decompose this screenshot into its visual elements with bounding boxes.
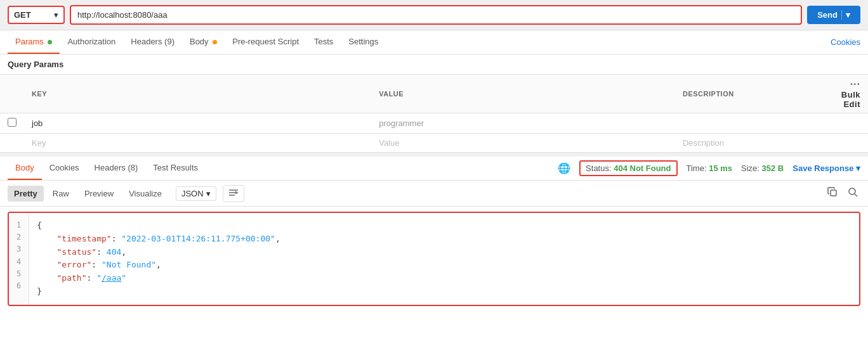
tab-headers[interactable]: Headers (9) [123, 30, 182, 54]
format-select[interactable]: JSON ▾ [176, 186, 216, 201]
body-dot [213, 40, 217, 44]
json-line-1: { [37, 219, 852, 233]
svg-line-5 [855, 194, 857, 196]
send-dropdown-icon: ▾ [841, 10, 850, 20]
tab-pre-request[interactable]: Pre-request Script [225, 30, 306, 54]
placeholder-description: Description [683, 138, 724, 148]
send-button[interactable]: Send ▾ [807, 6, 860, 24]
row-key: job [32, 119, 43, 128]
response-tabs-bar: Body Cookies Headers (8) Test Results 🌐 … [0, 157, 868, 181]
placeholder-key: Key [32, 138, 46, 148]
col-actions: ··· Bulk Edit [830, 75, 868, 113]
tab-tests[interactable]: Tests [306, 30, 341, 54]
time-label: Time: [687, 163, 707, 173]
row-checkbox-cell [0, 113, 24, 134]
top-bar: GET ▾ Send ▾ [0, 0, 868, 30]
sub-tab-visualize[interactable]: Visualize [122, 186, 168, 202]
col-key: KEY [24, 75, 371, 113]
response-headers-count: (8) [128, 163, 138, 172]
copy-button[interactable] [825, 184, 840, 202]
line-num-2: 2 [14, 231, 23, 243]
placeholder-value: Value [379, 138, 399, 148]
line-numbers: 1 2 3 4 5 6 [9, 213, 29, 305]
response-sub-tabs: Pretty Raw Preview Visualize JSON ▾ [0, 181, 868, 207]
json-body: 1 2 3 4 5 6 { "timestamp": "2022-03-01T1… [8, 212, 860, 306]
method-text: GET [14, 10, 31, 20]
placeholder-value-cell: Value [371, 134, 675, 153]
size-info: Size: 352 B [741, 163, 784, 173]
response-section: Body Cookies Headers (8) Test Results 🌐 … [0, 153, 868, 306]
search-button[interactable] [845, 184, 860, 202]
bulk-edit-button[interactable]: Bulk Edit [841, 90, 860, 109]
table-row: job programmer [0, 113, 868, 134]
response-tab-test-results[interactable]: Test Results [145, 157, 206, 180]
line-num-5: 5 [14, 268, 23, 280]
wrap-icon [228, 188, 239, 197]
wrap-button[interactable] [223, 185, 244, 202]
copy-icon [827, 187, 838, 197]
tab-body[interactable]: Body [182, 30, 225, 54]
tab-authorization[interactable]: Authorization [60, 30, 123, 54]
tab-settings[interactable]: Settings [341, 30, 386, 54]
row-checkbox[interactable] [8, 118, 16, 127]
globe-icon[interactable]: 🌐 [558, 162, 570, 174]
col-description: DESCRIPTION [675, 75, 830, 113]
row-value-cell: programmer [371, 113, 675, 134]
method-dropdown-icon: ▾ [54, 10, 58, 20]
placeholder-desc-cell: Description [675, 134, 830, 153]
size-label: Size: [741, 163, 760, 173]
size-value: 352 B [762, 163, 784, 173]
tab-params[interactable]: Params [8, 30, 60, 54]
sub-tab-pretty[interactable]: Pretty [8, 186, 44, 202]
headers-count: (9) [164, 37, 174, 46]
row-actions-cell [830, 113, 868, 134]
time-info: Time: 15 ms [687, 163, 733, 173]
row-value: programmer [379, 119, 424, 128]
json-line-4: "error": "Not Found", [37, 259, 852, 272]
url-input-wrapper [70, 5, 802, 25]
save-response-button[interactable]: Save Response ▾ [792, 163, 860, 173]
response-tab-cookies[interactable]: Cookies [42, 157, 87, 180]
json-content: { "timestamp": "2022-03-01T14:26:11.775+… [29, 213, 859, 305]
col-value: VALUE [371, 75, 675, 113]
response-tab-headers[interactable]: Headers (8) [87, 157, 146, 180]
json-line-2: "timestamp": "2022-03-01T14:26:11.775+00… [37, 233, 852, 246]
sub-tab-raw[interactable]: Raw [46, 186, 76, 202]
path-link[interactable]: /aaa [102, 273, 121, 283]
svg-rect-3 [831, 190, 836, 196]
line-num-6: 6 [14, 280, 23, 292]
time-value: 15 ms [709, 163, 732, 173]
line-num-1: 1 [14, 219, 23, 231]
format-chevron-icon: ▾ [206, 189, 211, 198]
table-row-placeholder: Key Value Description [0, 134, 868, 153]
response-meta: 🌐 Status: 404 Not Found Time: 15 ms Size… [558, 160, 860, 176]
json-line-6: } [37, 285, 852, 298]
sub-tab-preview[interactable]: Preview [78, 186, 120, 202]
status-code: 404 Not Found [614, 163, 671, 173]
line-num-3: 3 [14, 243, 23, 255]
row-key-cell: job [24, 113, 371, 134]
status-badge: Status: 404 Not Found [579, 160, 677, 176]
cookies-link[interactable]: Cookies [831, 37, 860, 47]
placeholder-key-cell: Key [24, 134, 371, 153]
line-num-4: 4 [14, 256, 23, 268]
response-actions [825, 184, 860, 202]
col-checkbox [0, 75, 24, 113]
request-tabs: Params Authorization Headers (9) Body Pr… [0, 30, 868, 54]
svg-point-4 [849, 188, 855, 195]
response-tab-body[interactable]: Body [8, 157, 42, 180]
more-options-icon[interactable]: ··· [850, 79, 860, 89]
query-params-label: Query Params [0, 54, 868, 75]
method-select[interactable]: GET ▾ [8, 6, 65, 24]
status-label: Status: [586, 163, 611, 173]
search-icon [848, 187, 858, 197]
json-line-5: "path": "/aaa" [37, 272, 852, 285]
params-dot [48, 40, 52, 44]
row-desc-cell [675, 113, 830, 134]
params-table: KEY VALUE DESCRIPTION ··· Bulk Edit job … [0, 75, 868, 153]
send-label: Send [817, 10, 838, 20]
url-input[interactable] [71, 6, 801, 23]
json-line-3: "status": 404, [37, 246, 852, 259]
